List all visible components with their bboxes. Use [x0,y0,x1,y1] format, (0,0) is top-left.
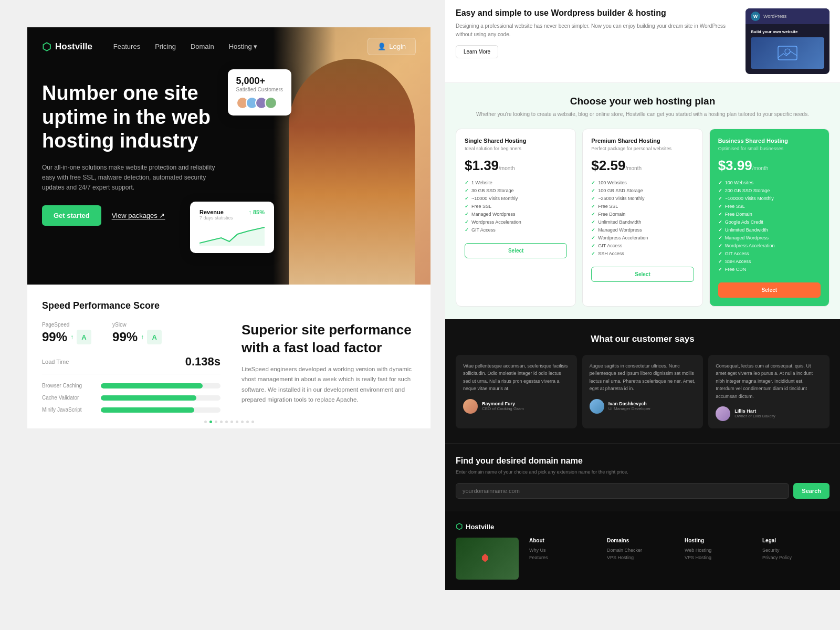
feature-1-3: ~10000 Visits Monthly [465,196,567,201]
footer-link-web-hosting[interactable]: Web Hosting [685,548,752,553]
pagespeed-label: PageSpeed [42,322,91,328]
nav-domain[interactable]: Domain [191,43,214,50]
author-info-2: Ivan Dashkevych UI Manager Developer [608,401,650,411]
dot-8 [241,421,244,423]
feature-1-5: Managed Wordpress [465,212,567,217]
testimonials-section: What our customer says Vitae pellentesqu… [445,319,840,443]
feature-3-2: 200 GB SSD Storage [718,188,821,193]
author-title-2: UI Manager Developer [608,406,650,411]
footer-link-vps-1[interactable]: VPS Hosting [607,555,674,560]
footer-col-title-domains: Domains [607,538,674,543]
login-button[interactable]: 👤 Login [368,38,416,55]
wordpress-preview: W WordPress Build your own website [746,8,830,74]
pricing-card-premium: Premium Shared Hosting Perfect package f… [582,129,702,307]
pagespeed-grade: A [77,330,91,344]
testimonial-text-2: Augue sagittis in consectetur ultrices. … [590,362,696,393]
load-time-value: 0.138s [185,355,220,369]
feature-2-9: GIT Access [591,243,694,248]
bar-fill-3 [101,407,194,413]
footer-link-privacy[interactable]: Privacy Policy [762,555,830,560]
footer-section: ⬡ Hostville About Why Us Features Domain… [445,511,840,590]
plan-tagline-1: Ideal solution for beginners [465,146,567,151]
domain-section: Find your desired domain name Enter doma… [445,443,840,512]
speed-title: Speed Performance Score [42,300,220,311]
hero-title: Number one site uptime in the web hostin… [42,81,242,153]
bar-track-3 [101,407,220,413]
footer-link-domain-checker[interactable]: Domain Checker [607,548,674,553]
avatars [236,97,283,109]
plan-name-2: Premium Shared Hosting [591,138,694,144]
view-packages-link[interactable]: View packages ↗ [112,212,165,219]
author-avatar-3 [716,406,730,421]
footer-link-vps-2[interactable]: VPS Hosting [685,555,752,560]
get-started-button[interactable]: Get started [42,205,101,226]
logo[interactable]: ⬡ Hostville [42,40,92,53]
select-button-3[interactable]: Select [718,282,821,298]
author-name-2: Ivan Dashkevych [608,401,650,406]
domain-search: Search [456,483,830,499]
testimonial-author-1: Raymond Fury CEO of Cooking Gram [463,399,570,414]
navbar: ⬡ Hostville Features Pricing Domain Host… [27,27,430,66]
author-title-1: CEO of Cooking Gram [482,406,524,411]
feature-2-8: Wordpress Acceleration [591,235,694,240]
author-title-3: Owner of Lillis Bakery [734,414,775,418]
author-info-3: Lillis Hart Owner of Lillis Bakery [734,408,775,418]
footer-col-legal: Legal Security Privacy Policy [762,538,830,580]
dot-6 [230,421,233,423]
footer-link-features[interactable]: Features [529,555,596,560]
plan-price-3: $3.99/month [718,158,821,174]
revenue-title: Revenue [200,209,233,215]
footer-link-why-us[interactable]: Why Us [529,548,596,553]
dot-9 [246,421,249,423]
footer-link-security[interactable]: Security [762,548,830,553]
wp-preview-content: Build your own website [746,24,830,74]
hero-section: ⬡ Hostville Features Pricing Domain Host… [27,27,430,285]
learn-more-button[interactable]: Learn More [456,45,498,58]
plan-price-1: $1.39/month [465,158,567,174]
feature-1-2: 30 GB SSD Storage [465,188,567,193]
avatar-4 [265,97,277,109]
pricing-card-single: Single Shared Hosting Ideal solution for… [456,129,576,307]
plan-name-1: Single Shared Hosting [465,138,567,144]
plan-features-1: 1 Website 30 GB SSD Storage ~10000 Visit… [465,180,567,233]
nav-hosting[interactable]: Hosting ▾ [229,43,258,50]
feature-2-4: Free SSL [591,204,694,209]
footer-columns: About Why Us Features Domains Domain Che… [529,538,830,580]
nav-features[interactable]: Features [113,43,140,50]
select-button-2[interactable]: Select [591,267,694,282]
feature-3-5: Free Domain [718,212,821,217]
stats-number: 5,000+ [236,76,283,87]
bar-fill-1 [101,383,203,388]
speed-left: Speed Performance Score PageSpeed 99% ↑ … [42,300,220,413]
revenue-subtitle: 7 days statistics [200,215,233,220]
wordpress-section: Easy and simple to use Wordpress builder… [445,0,840,83]
domain-search-button[interactable]: Search [793,483,830,499]
feature-2-1: 100 Websites [591,180,694,185]
yslow-value: 99% ↑ A [112,330,162,344]
nav-pricing[interactable]: Pricing [155,43,176,50]
domain-input[interactable] [456,483,789,499]
right-panel: Easy and simple to use Wordpress builder… [445,0,840,590]
speed-metrics: PageSpeed 99% ↑ A ySlow 99% ↑ A [42,322,220,344]
feature-2-7: Managed Wordpress [591,227,694,233]
dot-3 [215,421,217,423]
testimonial-text-3: Consequat, lectus cum at consequat, quis… [716,362,822,400]
svg-rect-1 [778,46,797,60]
author-name-3: Lillis Hart [734,408,775,414]
pricing-title: Choose your web hosting plan [456,96,830,107]
bar-cache-validator: Cache Validator [42,395,220,401]
testimonial-text-1: Vitae pellentesque accumsan, scelerisque… [463,362,570,393]
dot-5 [225,421,228,423]
select-button-1[interactable]: Select [465,243,567,258]
testimonial-author-3: Lillis Hart Owner of Lillis Bakery [716,406,822,421]
wp-preview-bar: W WordPress [746,8,830,24]
footer-grid: About Why Us Features Domains Domain Che… [456,538,830,580]
dot-4 [220,421,223,423]
plan-tagline-3: Optimised for small businesses [718,146,821,151]
wordpress-logo: W [751,12,760,21]
plan-features-2: 100 Websites 100 GB SSD Storage ~25000 V… [591,180,694,256]
feature-3-10: GIT Access [718,251,821,256]
plan-tagline-2: Perfect package for personal websites [591,146,694,151]
bar-browser-caching: Browser Caching [42,383,220,388]
feature-3-1: 100 Websites [718,180,821,185]
